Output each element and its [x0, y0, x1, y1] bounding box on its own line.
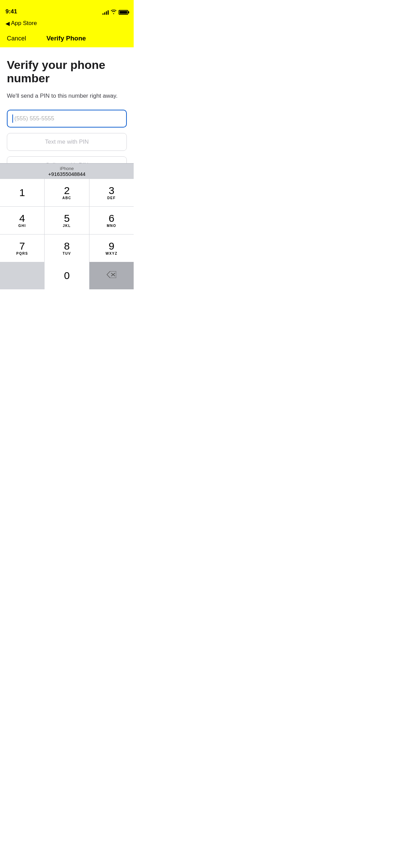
key-6[interactable]: 6 MNO — [89, 207, 134, 234]
key-3[interactable]: 3 DEF — [89, 179, 134, 206]
key-1[interactable]: 1 — [0, 179, 44, 206]
status-bar: 9:41 — [0, 0, 134, 17]
text-me-button[interactable]: Text me with PIN — [7, 133, 127, 151]
key-9[interactable]: 9 WXYZ — [89, 234, 134, 262]
autocomplete-phone-number: +916355048844 — [48, 171, 86, 177]
phone-input[interactable]: (555) 555-5555 — [14, 115, 121, 122]
key-8[interactable]: 8 TUV — [45, 234, 89, 262]
page-title: Verify Phone — [46, 35, 86, 42]
wifi-icon — [111, 10, 117, 15]
keyboard-autocomplete-bar[interactable]: iPhone +916355048844 — [0, 163, 134, 179]
keyboard-grid: 1 2 ABC 3 DEF 4 GHI 5 JKL 6 MNO 7 PQRS — [0, 179, 134, 262]
key-4[interactable]: 4 GHI — [0, 207, 44, 234]
key-7[interactable]: 7 PQRS — [0, 234, 44, 262]
key-2[interactable]: 2 ABC — [45, 179, 89, 206]
autocomplete-device-name: iPhone — [48, 166, 86, 171]
page-heading: Verify your phone number — [7, 58, 127, 85]
keyboard-bottom-row: 0 — [0, 262, 134, 289]
autocomplete-suggestion: iPhone +916355048844 — [48, 166, 86, 177]
app-store-label: App Store — [11, 20, 37, 27]
status-time: 9:41 — [5, 8, 17, 15]
key-0[interactable]: 0 — [45, 262, 89, 289]
delete-key[interactable] — [89, 262, 134, 289]
key-empty — [0, 262, 44, 289]
cancel-button[interactable]: Cancel — [7, 35, 26, 42]
bottom-section: iPhone +916355048844 1 2 ABC 3 DEF 4 GHI… — [0, 163, 134, 289]
page-subtitle: We'll send a PIN to this number right aw… — [7, 92, 127, 100]
nav-bar: Cancel Verify Phone — [0, 29, 134, 47]
text-cursor — [12, 114, 13, 123]
app-store-back-button[interactable]: ◀ App Store — [5, 20, 37, 27]
app-store-nav: ◀ App Store — [0, 17, 134, 29]
battery-icon — [119, 10, 128, 15]
signal-icon — [102, 10, 109, 15]
status-icons — [102, 10, 128, 15]
key-5[interactable]: 5 JKL — [45, 207, 89, 234]
phone-input-wrapper[interactable]: (555) 555-5555 — [7, 110, 127, 128]
delete-icon — [107, 271, 116, 280]
chevron-left-icon: ◀ — [5, 20, 10, 27]
